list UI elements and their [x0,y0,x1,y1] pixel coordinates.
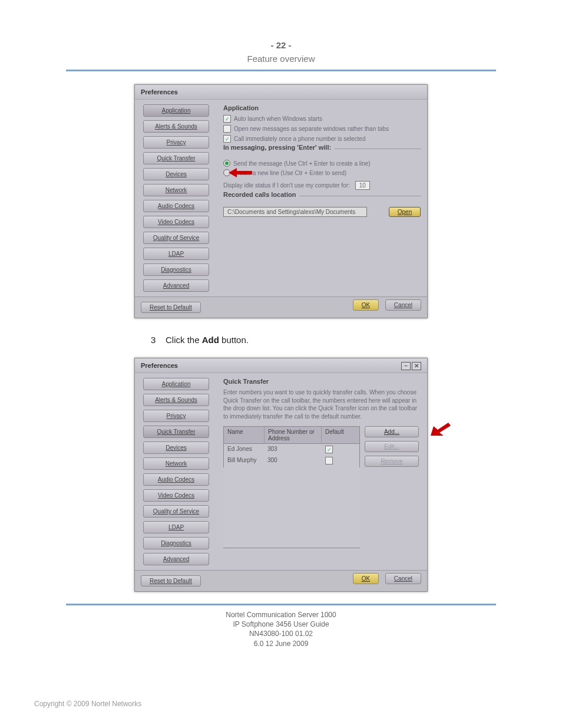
edit-button[interactable]: Edit... [365,441,419,452]
sidebar-item-alerts-sounds[interactable]: Alerts & Sounds [143,394,209,406]
sidebar-item-network[interactable]: Network [143,184,209,196]
instruction-step: 3 Click the Add button. [151,335,562,345]
panel-description: Enter numbers you want to use to quickly… [223,388,421,420]
cell-default [322,444,359,455]
page-number: - 22 - [0,0,562,50]
svg-marker-0 [229,168,252,177]
application-panel: Application Auto launch when Windows sta… [217,100,427,297]
svg-marker-1 [431,423,451,436]
close-icon[interactable]: ✕ [412,362,421,370]
table-row[interactable]: Bill Murphy 300 [223,455,360,467]
col-address[interactable]: Phone Number or Address [265,427,322,443]
document-page: - 22 - Feature overview Preferences Appl… [0,0,562,728]
table-row[interactable]: Ed Jones 303 [223,444,360,455]
footer-line: NN43080-100 01.02 [0,629,562,638]
contacts-list[interactable]: Ed Jones 303 Bill Murphy 300 [223,444,360,548]
sidebar-item-application[interactable]: Application [143,378,209,390]
step-prefix: Click the [166,335,202,345]
window-title-text: Preferences [141,88,178,95]
copyright-notice: Copyright © 2009 Nortel Networks [34,700,141,708]
sidebar-item-video-codecs[interactable]: Video Codecs [143,489,209,502]
sidebar-item-devices[interactable]: Devices [143,442,209,454]
sidebar-item-audio-codecs[interactable]: Audio Codecs [143,200,209,212]
dialog-footer: Reset to Default OK Cancel [135,297,427,318]
sidebar-item-advanced[interactable]: Advanced [143,279,209,292]
dialog-footer: Reset to Default OK Cancel [135,570,427,591]
cell-address: 300 [264,455,322,467]
messaging-section-title: In messaging, pressing 'Enter' will: [223,144,335,151]
cell-name: Ed Jones [224,444,264,455]
preferences-window-quick-transfer: Preferences –✕ Application Alerts & Soun… [134,358,428,592]
cancel-button[interactable]: Cancel [385,299,421,311]
sidebar-item-application[interactable]: Application [143,104,209,117]
ok-button[interactable]: OK [353,299,379,311]
reset-to-default-button[interactable]: Reset to Default [141,575,201,587]
cell-name: Bill Murphy [224,455,264,467]
sidebar-item-devices[interactable]: Devices [143,168,209,180]
sidebar-item-quality-of-service[interactable]: Quality of Service [143,505,209,518]
add-button[interactable]: Add... [365,426,419,437]
ok-button[interactable]: OK [353,573,379,584]
remove-button[interactable]: Remove [365,456,419,467]
preferences-window-application: Preferences Application Alerts & Sounds … [134,84,428,318]
window-title-text: Preferences [141,362,178,369]
call-immediately-checkbox[interactable] [223,135,231,143]
document-footer: Nortel Communication Server 1000 IP Soft… [0,610,562,648]
sidebar-item-video-codecs[interactable]: Video Codecs [143,216,209,228]
sidebar-item-quick-transfer[interactable]: Quick Transfer [143,426,209,438]
idle-minutes-input[interactable]: 10 [355,181,370,190]
autolaunch-checkbox[interactable] [223,115,231,123]
table-header: Name Phone Number or Address Default [223,426,360,444]
page-section: Feature overview [0,54,562,64]
default-checkbox[interactable] [325,457,333,465]
minimize-icon[interactable]: – [401,362,411,370]
open-button[interactable]: Open [389,207,421,217]
quick-transfer-panel: Quick Transfer Enter numbers you want to… [217,373,427,570]
sidebar-item-alerts-sounds[interactable]: Alerts & Sounds [143,120,209,133]
idle-label: Display idle status if I don't use my co… [223,182,350,189]
autolaunch-label: Auto launch when Windows starts [234,116,322,122]
step-number: 3 [151,335,156,345]
window-title: Preferences –✕ [135,358,427,373]
footer-divider [66,604,496,605]
sidebar-item-diagnostics[interactable]: Diagnostics [143,263,209,276]
footer-line: 6.0 12 June 2009 [0,639,562,648]
callout-arrow-icon [431,423,451,436]
sidebar: Application Alerts & Sounds Privacy Quic… [135,100,217,297]
default-checkbox[interactable] [325,446,333,453]
separate-windows-checkbox[interactable] [223,125,231,133]
sidebar-item-ldap[interactable]: LDAP [143,521,209,533]
list-action-buttons: Add... Edit... Remove [365,426,421,548]
cell-default [322,455,359,467]
col-default[interactable]: Default [322,427,359,443]
call-immediately-label: Call immediately once a phone number is … [234,136,365,142]
callout-arrow-icon [229,168,252,177]
sidebar-item-privacy[interactable]: Privacy [143,410,209,422]
recorded-calls-path[interactable]: C:\Documents and Settings\alexs\My Docum… [223,207,367,217]
sidebar-item-quality-of-service[interactable]: Quality of Service [143,232,209,244]
separate-windows-label: Open new messages as separate windows ra… [234,126,389,132]
sidebar-item-quick-transfer[interactable]: Quick Transfer [143,152,209,164]
step-suffix: button. [219,335,249,345]
recorded-calls-section-title: Recorded calls location [223,191,299,198]
cancel-button[interactable]: Cancel [385,573,421,584]
sidebar-item-privacy[interactable]: Privacy [143,136,209,149]
window-controls: –✕ [400,362,421,370]
panel-title: Application [223,104,421,111]
cell-address: 303 [264,444,322,455]
radio-send-label: Send the message (Use Ctrl + Enter to cr… [233,160,371,167]
sidebar-item-diagnostics[interactable]: Diagnostics [143,537,209,549]
sidebar-item-advanced[interactable]: Advanced [143,553,209,565]
window-title: Preferences [135,85,427,100]
radio-send-message[interactable] [223,160,230,167]
step-bold: Add [202,335,219,345]
reset-to-default-button[interactable]: Reset to Default [141,302,201,313]
header-divider [66,70,496,71]
col-name[interactable]: Name [224,427,265,443]
panel-title: Quick Transfer [223,378,421,385]
sidebar-item-audio-codecs[interactable]: Audio Codecs [143,473,209,486]
sidebar-item-network[interactable]: Network [143,457,209,470]
sidebar-item-ldap[interactable]: LDAP [143,248,209,260]
footer-line: IP Softphone 3456 User Guide [0,620,562,629]
sidebar: Application Alerts & Sounds Privacy Quic… [135,373,217,570]
